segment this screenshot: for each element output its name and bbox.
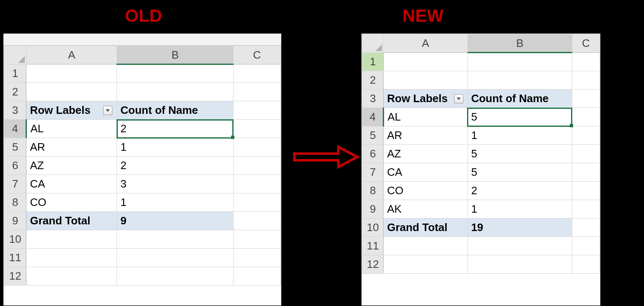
pivot-row-label[interactable]: AZ [26, 157, 117, 175]
pivot-row-label[interactable]: CA [384, 163, 467, 182]
row-header[interactable]: 11 [362, 237, 384, 255]
cell[interactable] [384, 237, 467, 255]
row-header[interactable]: 3 [362, 90, 384, 108]
cell[interactable] [26, 267, 117, 285]
row-header[interactable]: 3 [4, 101, 26, 120]
col-header-A[interactable]: A [384, 34, 467, 53]
row-header[interactable]: 8 [362, 182, 384, 200]
cell[interactable] [233, 157, 280, 175]
cell[interactable] [233, 101, 280, 120]
cell[interactable] [117, 267, 234, 285]
cell[interactable] [233, 230, 280, 249]
filter-dropdown-button[interactable] [103, 106, 112, 115]
cell[interactable] [572, 53, 600, 71]
cell[interactable] [384, 255, 467, 274]
col-header-A[interactable]: A [26, 46, 117, 64]
row-header[interactable]: 1 [362, 53, 384, 71]
row-header[interactable]: 7 [4, 175, 26, 193]
pivot-row-value[interactable]: 2 [467, 182, 572, 200]
row-header[interactable]: 12 [362, 255, 384, 274]
row-header[interactable]: 8 [4, 193, 26, 212]
cell[interactable] [572, 255, 600, 274]
grid-old[interactable]: A B C 1 2 3 Row Labels Count of Name 4 A… [4, 46, 281, 285]
pivot-row-label[interactable]: AZ [384, 145, 467, 163]
cell[interactable] [233, 175, 280, 193]
row-header[interactable]: 12 [4, 267, 26, 285]
row-header[interactable]: 4 [4, 120, 26, 138]
cell[interactable] [233, 267, 280, 285]
row-header[interactable]: 9 [362, 200, 384, 219]
cell[interactable] [233, 83, 280, 101]
cell[interactable] [26, 249, 117, 267]
cell[interactable] [117, 83, 234, 101]
cell[interactable] [26, 64, 117, 83]
pivot-row-value[interactable]: 5 [467, 163, 572, 182]
row-header[interactable]: 1 [4, 64, 26, 83]
pivot-total-value[interactable]: 9 [117, 212, 234, 230]
pivot-row-label[interactable]: AR [384, 126, 467, 145]
cell[interactable] [26, 83, 117, 101]
pivot-row-value[interactable]: 5 [467, 145, 572, 163]
pivot-row-labels-header[interactable]: Row Labels [26, 101, 117, 120]
row-header[interactable]: 5 [4, 138, 26, 157]
cell[interactable] [467, 53, 572, 71]
cell[interactable] [572, 108, 600, 126]
cell[interactable] [233, 212, 280, 230]
row-header[interactable]: 9 [4, 212, 26, 230]
row-header[interactable]: 11 [4, 249, 26, 267]
cell[interactable] [117, 64, 234, 83]
pivot-total-value[interactable]: 19 [467, 219, 572, 237]
pivot-row-value[interactable]: 3 [117, 175, 234, 193]
pivot-total-label[interactable]: Grand Total [384, 219, 467, 237]
cell[interactable] [117, 249, 234, 267]
col-header-C[interactable]: C [572, 34, 600, 53]
filter-dropdown-button[interactable] [454, 94, 463, 103]
cell[interactable] [233, 64, 280, 83]
grid-new[interactable]: A B C 1 2 3 Row Labels Count of Name 4 A… [362, 34, 600, 274]
cell[interactable] [572, 90, 600, 108]
row-header[interactable]: 2 [4, 83, 26, 101]
cell[interactable] [572, 145, 600, 163]
row-header[interactable]: 7 [362, 163, 384, 182]
cell[interactable] [572, 200, 600, 219]
cell[interactable] [572, 126, 600, 145]
cell[interactable] [233, 193, 280, 212]
pivot-row-label[interactable]: CO [26, 193, 117, 212]
col-header-B[interactable]: B [117, 46, 234, 64]
cell[interactable] [117, 230, 234, 249]
cell[interactable] [26, 230, 117, 249]
pivot-total-label[interactable]: Grand Total [26, 212, 117, 230]
cell[interactable] [233, 249, 280, 267]
row-header[interactable]: 6 [362, 145, 384, 163]
cell[interactable] [384, 53, 467, 71]
cell[interactable] [572, 219, 600, 237]
row-header[interactable]: 6 [4, 157, 26, 175]
row-header[interactable]: 10 [362, 219, 384, 237]
cell[interactable] [384, 71, 467, 90]
pivot-row-value[interactable]: 1 [117, 138, 234, 157]
col-header-C[interactable]: C [233, 46, 280, 64]
pivot-row-label[interactable]: AK [384, 200, 467, 219]
pivot-row-label[interactable]: AL [26, 120, 117, 138]
pivot-row-value[interactable]: 2 [117, 120, 234, 138]
pivot-row-label[interactable]: CA [26, 175, 117, 193]
cell[interactable] [233, 138, 280, 157]
row-header[interactable]: 10 [4, 230, 26, 249]
pivot-row-label[interactable]: AR [26, 138, 117, 157]
row-header[interactable]: 4 [362, 108, 384, 126]
pivot-row-label[interactable]: CO [384, 182, 467, 200]
pivot-row-value[interactable]: 2 [117, 157, 234, 175]
pivot-row-labels-header[interactable]: Row Labels [384, 90, 467, 108]
cell[interactable] [572, 237, 600, 255]
col-header-B[interactable]: B [467, 34, 572, 53]
row-header[interactable]: 2 [362, 71, 384, 90]
pivot-count-header[interactable]: Count of Name [117, 101, 234, 120]
cell[interactable] [467, 237, 572, 255]
select-all-corner[interactable] [4, 46, 26, 64]
cell[interactable] [467, 71, 572, 90]
pivot-row-label[interactable]: AL [384, 108, 467, 126]
select-all-corner[interactable] [362, 34, 384, 53]
pivot-row-value[interactable]: 1 [117, 193, 234, 212]
cell[interactable] [572, 182, 600, 200]
pivot-row-value[interactable]: 5 [467, 108, 572, 126]
